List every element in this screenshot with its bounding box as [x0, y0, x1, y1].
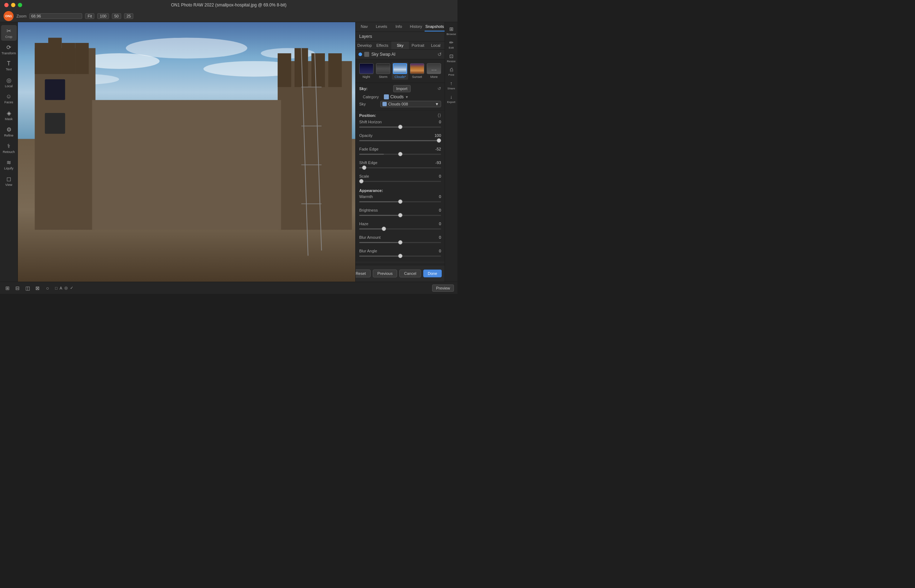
photo-canvas: [18, 22, 355, 282]
tab-info[interactable]: Info: [390, 22, 407, 31]
tab-effects[interactable]: Effects: [373, 42, 391, 49]
close-button[interactable]: [4, 3, 8, 7]
position-label: Position:: [359, 113, 376, 118]
blur-angle-fill: [359, 255, 400, 257]
browse-label: Browse: [446, 32, 456, 36]
browse-icon-btn[interactable]: ⊞ Browse: [446, 25, 457, 36]
reset-button[interactable]: Reset: [355, 270, 371, 277]
share-icon-btn[interactable]: ↑ Share: [446, 79, 457, 91]
preset-storm[interactable]: Storm: [375, 62, 391, 80]
warmth-thumb[interactable]: [398, 199, 402, 204]
blur-amount-slider: Blur Amount 0: [356, 234, 445, 248]
resize-icon-btn[interactable]: ⊡ Resize: [446, 52, 457, 64]
haze-slider: Haze 0: [356, 221, 445, 234]
cancel-button[interactable]: Cancel: [399, 270, 421, 277]
zoom-100-button[interactable]: 100: [97, 13, 109, 19]
tab-local[interactable]: Local: [427, 42, 445, 49]
bottom-circle-frame: ◎: [65, 286, 68, 290]
tab-develop[interactable]: Develop: [356, 42, 373, 49]
zoom-input[interactable]: [29, 13, 82, 19]
edit-icon-btn[interactable]: ✏ Edit: [446, 39, 457, 50]
shift-horizon-thumb[interactable]: [398, 125, 402, 129]
minimize-button[interactable]: [11, 3, 15, 7]
tool-retouch[interactable]: ⚕ Retouch: [1, 140, 17, 156]
share-label: Share: [447, 87, 455, 90]
opacity-slider: Opacity 100: [356, 132, 445, 146]
svg-rect-19: [92, 100, 281, 230]
brightness-track: [359, 215, 441, 216]
scale-thumb[interactable]: [359, 179, 363, 183]
tab-sky[interactable]: Sky: [391, 42, 409, 49]
tool-transform-label: Transform: [2, 52, 16, 55]
shift-edge-thumb[interactable]: [362, 165, 366, 170]
tool-refine[interactable]: ⚙ Refine: [1, 124, 17, 139]
export-icon-btn[interactable]: ↓ Export: [446, 93, 457, 104]
haze-thumb[interactable]: [382, 227, 386, 231]
tool-refine-label: Refine: [4, 134, 13, 137]
tool-liquify[interactable]: ≋ Liquify: [1, 157, 17, 172]
category-row: Category Clouds ▼: [359, 94, 441, 101]
tool-local-label: Local: [5, 84, 13, 88]
resize-icon: ⊡: [449, 53, 453, 59]
bottom-grid-icon[interactable]: ⊞: [3, 284, 11, 292]
sky-header-label: Sky:: [359, 87, 368, 91]
scale-value: 0: [431, 174, 441, 178]
svg-point-2: [126, 38, 247, 59]
preset-night[interactable]: Night: [358, 62, 374, 80]
import-button[interactable]: Import: [393, 85, 411, 92]
bottom-film-icon[interactable]: ⊟: [14, 284, 21, 292]
sky-swap-reset[interactable]: ↺: [437, 52, 442, 57]
fade-edge-thumb[interactable]: [398, 152, 402, 156]
bottom-split-icon[interactable]: ⊠: [34, 284, 42, 292]
done-button[interactable]: Done: [423, 270, 442, 277]
tab-nav[interactable]: Nav: [356, 22, 373, 31]
bottom-compare-icon[interactable]: ◫: [24, 284, 31, 292]
tool-local[interactable]: ◎ Local: [1, 74, 17, 90]
previous-button[interactable]: Previous: [373, 270, 397, 277]
tab-snapshots[interactable]: Snapshots: [424, 22, 445, 31]
preset-more[interactable]: … More: [426, 62, 442, 80]
print-icon-btn[interactable]: ⎙ Print: [446, 66, 457, 77]
tab-history[interactable]: History: [407, 22, 424, 31]
shift-horizon-fill: [359, 126, 400, 128]
photo-svg: [18, 22, 355, 282]
traffic-lights: [4, 3, 22, 7]
preset-clouds-thumb: [393, 63, 407, 74]
brightness-fill: [359, 215, 400, 216]
position-header: Position: ⟨⟩: [356, 111, 445, 119]
opacity-value: 100: [431, 133, 441, 137]
export-label: Export: [447, 100, 455, 103]
panel-content[interactable]: Sky: Import ↺ Category Clouds ▼: [356, 83, 445, 265]
preview-button[interactable]: Preview: [432, 284, 454, 292]
svg-rect-8: [35, 43, 48, 74]
svg-rect-9: [48, 38, 62, 74]
shift-horizon-track: [359, 126, 441, 128]
zoom-50-button[interactable]: 50: [112, 13, 121, 19]
sky-selector-dropdown[interactable]: Clouds 008 ▼: [380, 101, 441, 107]
blur-amount-thumb[interactable]: [398, 240, 402, 244]
sky-refresh-icon[interactable]: ↺: [437, 86, 441, 91]
retouch-icon: ⚕: [7, 143, 10, 149]
tab-levels[interactable]: Levels: [373, 22, 390, 31]
tool-transform[interactable]: ⟳ Transform: [1, 42, 17, 57]
tool-mask[interactable]: ◈ Mask: [1, 107, 17, 123]
blur-angle-thumb[interactable]: [398, 254, 402, 258]
zoom-label: Zoom: [16, 14, 26, 18]
opacity-label: Opacity: [359, 133, 373, 137]
brightness-thumb[interactable]: [398, 213, 402, 217]
preset-sunset[interactable]: Sunset: [409, 62, 425, 80]
tab-portrait[interactable]: Portrait: [409, 42, 427, 49]
canvas-area[interactable]: [18, 22, 355, 282]
position-expand-icon[interactable]: ⟨⟩: [437, 113, 441, 118]
warmth-label: Warmth: [359, 194, 373, 199]
fullscreen-button[interactable]: [18, 3, 22, 7]
preset-clouds[interactable]: Clouds*: [392, 62, 408, 80]
zoom-25-button[interactable]: 25: [124, 13, 133, 19]
fit-button[interactable]: Fit: [85, 13, 94, 19]
tool-view[interactable]: ◻ View: [1, 173, 17, 189]
tool-crop[interactable]: ✂ Crop: [1, 25, 17, 41]
opacity-thumb[interactable]: [437, 138, 441, 143]
tool-faces[interactable]: ☺ Faces: [1, 91, 17, 107]
tool-text[interactable]: T Text: [1, 58, 17, 74]
bottom-circle-icon[interactable]: ○: [44, 284, 52, 292]
